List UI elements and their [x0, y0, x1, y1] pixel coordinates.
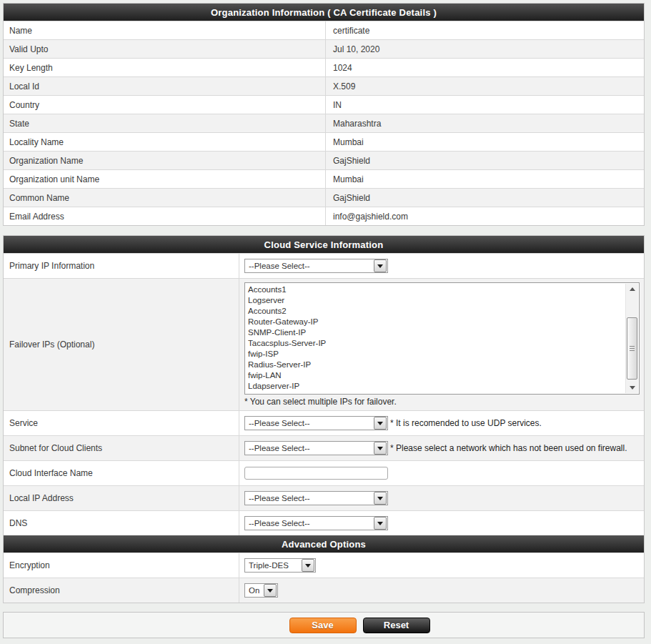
dns-label: DNS [4, 511, 239, 535]
table-row: Common Name GajShield [4, 188, 644, 207]
scroll-down-icon[interactable] [626, 382, 638, 393]
chevron-down-icon[interactable] [374, 442, 387, 455]
field-label-state: State [4, 114, 326, 132]
table-row: Subnet for Cloud Clients --Please Select… [4, 435, 644, 460]
cloud-service-header: Cloud Service Information [4, 236, 644, 253]
compression-select-value: On [249, 586, 259, 595]
failover-ips-listbox[interactable]: Accounts1 Logserver Accounts2 Router-Gat… [244, 282, 640, 395]
org-info-header: Organization Information ( CA Certificat… [4, 4, 644, 21]
field-value-org-name: GajShield [326, 152, 644, 169]
service-select[interactable]: --Please Select-- [244, 416, 388, 430]
table-row: State Maharashtra [4, 114, 644, 132]
table-row: Organization unit Name Mumbai [4, 169, 644, 188]
cloud-service-table: Cloud Service Information Primary IP Inf… [3, 235, 645, 603]
chevron-down-icon[interactable] [264, 584, 277, 597]
cloud-interface-label: Cloud Interface Name [4, 461, 239, 485]
save-button[interactable]: Save [289, 618, 357, 633]
encryption-select-value: Triple-DES [249, 561, 289, 570]
list-item[interactable]: Logserver [248, 295, 622, 306]
table-row: Service --Please Select-- * It is recome… [4, 410, 644, 435]
field-value-country: IN [326, 96, 644, 114]
chevron-down-icon[interactable] [302, 559, 314, 572]
field-label-name: Name [4, 21, 326, 39]
subnet-note: * Please select a network which has not … [390, 443, 627, 453]
field-label-email: Email Address [4, 207, 326, 225]
table-row: Compression On [4, 578, 644, 603]
field-value-state: Maharashtra [326, 114, 644, 132]
advanced-options-header: Advanced Options [4, 535, 644, 553]
list-item[interactable]: fwip-LAN [248, 370, 622, 381]
field-value-org-unit: Mumbai [326, 170, 644, 188]
compression-label: Compression [4, 578, 239, 603]
table-row: Primary IP Information --Please Select-- [4, 253, 644, 278]
local-ip-select[interactable]: --Please Select-- [244, 491, 388, 505]
table-row: Local Id X.509 [4, 76, 644, 95]
encryption-label: Encryption [4, 553, 239, 578]
failover-ips-options: Accounts1 Logserver Accounts2 Router-Gat… [245, 283, 639, 392]
table-row: Failover IPs (Optional) Accounts1 Logser… [4, 278, 644, 410]
table-row: Valid Upto Jul 10, 2020 [4, 39, 644, 58]
subnet-label: Subnet for Cloud Clients [4, 436, 239, 460]
local-ip-label: Local IP Address [4, 486, 239, 510]
field-label-common-name: Common Name [4, 189, 326, 207]
table-row: Email Address info@gajshield.com [4, 207, 644, 225]
list-item[interactable]: SNMP-Client-IP [248, 327, 622, 338]
field-label-org-unit: Organization unit Name [4, 170, 326, 188]
primary-ip-select[interactable]: --Please Select-- [244, 259, 388, 273]
table-row: Key Length 1024 [4, 58, 644, 76]
list-item[interactable]: Tacacsplus-Server-IP [248, 338, 622, 349]
field-value-key-length: 1024 [326, 59, 644, 76]
org-info-table: Organization Information ( CA Certificat… [3, 3, 645, 226]
table-row: DNS --Please Select-- [4, 510, 644, 535]
field-value-local-id: X.509 [326, 77, 644, 95]
scrollbar-thumb[interactable] [627, 317, 637, 380]
field-label-locality: Locality Name [4, 133, 326, 151]
field-value-locality: Mumbai [326, 133, 644, 151]
table-row: Locality Name Mumbai [4, 132, 644, 151]
field-value-name: certificate [326, 21, 644, 39]
list-item[interactable]: fwip-ISP [248, 349, 622, 360]
chevron-down-icon[interactable] [374, 417, 387, 430]
field-value-common-name: GajShield [326, 189, 644, 207]
reset-button[interactable]: Reset [363, 618, 430, 633]
table-row: Cloud Interface Name [4, 460, 644, 485]
compression-select[interactable]: On [244, 583, 278, 598]
primary-ip-select-value: --Please Select-- [249, 262, 310, 270]
list-item[interactable]: Accounts1 [248, 284, 622, 295]
field-label-org-name: Organization Name [4, 152, 326, 169]
dns-select[interactable]: --Please Select-- [244, 516, 388, 530]
dns-select-value: --Please Select-- [249, 519, 310, 527]
field-label-key-length: Key Length [4, 59, 326, 76]
list-item[interactable]: Ldapserver-IP [248, 381, 622, 392]
table-row: Encryption Triple-DES [4, 553, 644, 578]
subnet-select-value: --Please Select-- [249, 444, 310, 452]
list-item[interactable]: Router-Gateway-IP [248, 317, 622, 327]
chevron-down-icon[interactable] [374, 492, 387, 505]
thumb-grip-icon [630, 348, 635, 349]
table-row: Country IN [4, 95, 644, 114]
action-bar: Save Reset [3, 612, 645, 638]
chevron-down-icon[interactable] [374, 517, 387, 530]
service-label: Service [4, 411, 239, 435]
table-row: Local IP Address --Please Select-- [4, 485, 644, 510]
field-label-country: Country [4, 96, 326, 114]
field-label-valid-upto: Valid Upto [4, 40, 326, 58]
list-item[interactable]: Radius-Server-IP [248, 360, 622, 370]
list-item[interactable]: Accounts2 [248, 306, 622, 317]
primary-ip-label: Primary IP Information [4, 254, 239, 278]
field-label-local-id: Local Id [4, 77, 326, 95]
cloud-interface-input[interactable] [244, 467, 388, 480]
failover-note: * You can select multiple IPs for failov… [244, 397, 640, 407]
listbox-scrollbar[interactable] [625, 284, 638, 393]
encryption-select[interactable]: Triple-DES [244, 558, 316, 573]
subnet-select[interactable]: --Please Select-- [244, 441, 388, 455]
local-ip-select-value: --Please Select-- [249, 494, 310, 502]
failover-ips-label: Failover IPs (Optional) [4, 279, 239, 410]
service-note: * It is recomended to use UDP services. [390, 418, 542, 428]
field-value-valid-upto: Jul 10, 2020 [326, 40, 644, 58]
chevron-down-icon[interactable] [374, 259, 387, 272]
page: Organization Information ( CA Certificat… [0, 0, 651, 638]
field-value-email: info@gajshield.com [326, 207, 644, 225]
scroll-up-icon[interactable] [626, 284, 638, 294]
table-row: Name certificate [4, 21, 644, 39]
